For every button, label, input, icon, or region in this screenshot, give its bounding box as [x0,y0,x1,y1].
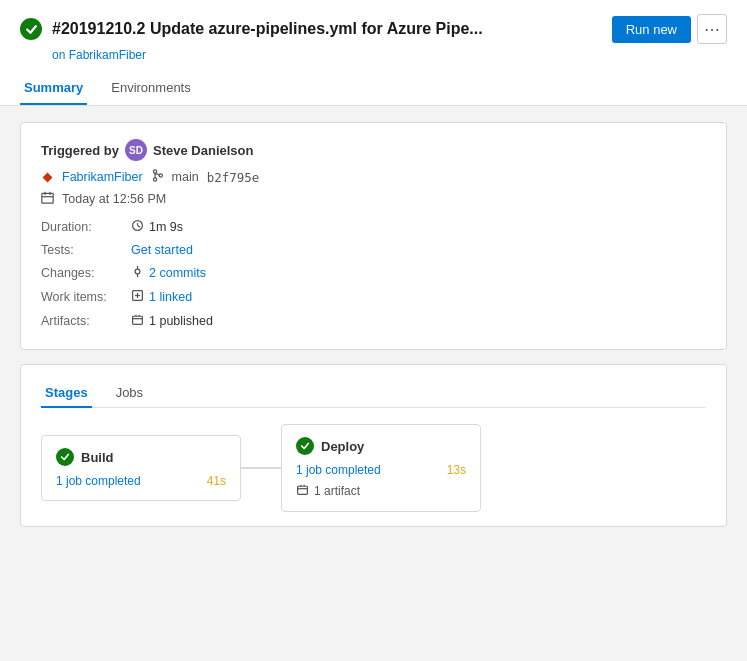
summary-card: Triggered by SD Steve Danielson Fabrikam… [20,122,727,350]
calendar-icon [41,191,54,207]
stage-connector [241,467,281,469]
workitems-label: Work items: [41,290,131,304]
header-title-row: #20191210.2 Update azure-pipelines.yml f… [20,18,483,40]
main-tabs: Summary Environments [20,72,727,105]
svg-point-12 [135,269,140,274]
svg-point-1 [153,170,156,173]
stage-deploy-artifact-row: 1 artifact [296,483,466,499]
tab-stages[interactable]: Stages [41,379,92,408]
stage-build-header: Build [56,448,226,466]
artifacts-label: Artifacts: [41,314,131,328]
tests-value: Get started [131,243,193,257]
duration-label: Duration: [41,220,131,234]
workitems-link[interactable]: 1 linked [149,290,192,304]
duration-text: 1m 9s [149,220,183,234]
changes-value: 2 commits [131,265,206,281]
changes-link[interactable]: 2 commits [149,266,206,280]
svg-rect-0 [43,172,53,182]
workitem-icon [131,289,144,305]
triggered-label: Triggered by [41,143,119,158]
clock-icon [131,219,144,235]
artifacts-row: Artifacts: 1 published [41,309,706,333]
stage-deploy-footer: 1 job completed 13s [296,463,466,477]
branch-icon [151,169,164,185]
repo-meta-row: FabrikamFiber main b2f795e [41,169,706,185]
stage-build-duration: 41s [207,474,226,488]
main-content: Triggered by SD Steve Danielson Fabrikam… [0,106,747,543]
artifact-icon [131,313,144,329]
header-top: #20191210.2 Update azure-pipelines.yml f… [20,14,727,44]
stage-build-footer: 1 job completed 41s [56,474,226,488]
ellipsis-icon: ⋯ [704,20,720,39]
date-meta-row: Today at 12:56 PM [41,191,706,207]
duration-value: 1m 9s [131,219,183,235]
workitems-value: 1 linked [131,289,192,305]
svg-point-2 [153,178,156,181]
repo-link[interactable]: FabrikamFiber [62,170,143,184]
commit-icon [131,265,144,281]
date-text: Today at 12:56 PM [62,192,166,206]
stage-build: Build 1 job completed 41s [41,435,241,501]
stage-deploy-jobs[interactable]: 1 job completed [296,463,381,477]
stage-deploy-header: Deploy [296,437,466,455]
branch-name: main [172,170,199,184]
stage-build-success-icon [56,448,74,466]
stage-deploy-artifact-icon [296,483,309,499]
svg-rect-5 [42,193,53,203]
commit-hash: b2f795e [207,170,260,185]
triggered-row: Triggered by SD Steve Danielson [41,139,706,161]
tab-environments[interactable]: Environments [107,72,194,105]
user-name: Steve Danielson [153,143,253,158]
artifacts-text: 1 published [149,314,213,328]
workitems-row: Work items: 1 linked [41,285,706,309]
changes-row: Changes: 2 commits [41,261,706,285]
svg-line-11 [138,226,140,228]
svg-rect-22 [298,486,308,494]
tab-jobs[interactable]: Jobs [112,379,147,408]
page-header: #20191210.2 Update azure-pipelines.yml f… [0,0,747,106]
tab-summary[interactable]: Summary [20,72,87,105]
stages-tabs: Stages Jobs [41,379,706,408]
pipeline-title: #20191210.2 Update azure-pipelines.yml f… [52,20,483,38]
tests-label: Tests: [41,243,131,257]
stage-deploy-duration: 13s [447,463,466,477]
run-new-button[interactable]: Run new [612,16,691,43]
stage-deploy-artifact-text: 1 artifact [314,484,360,498]
pipeline-success-icon [20,18,42,40]
pipeline-subtitle[interactable]: on FabrikamFiber [20,48,727,62]
stages-grid: Build 1 job completed 41s Deploy [41,424,706,512]
changes-label: Changes: [41,266,131,280]
stage-build-name: Build [81,450,114,465]
stage-deploy-name: Deploy [321,439,364,454]
stage-deploy-success-icon [296,437,314,455]
user-avatar: SD [125,139,147,161]
tests-link[interactable]: Get started [131,243,193,257]
detail-table: Duration: 1m 9s Tests: Get sta [41,215,706,333]
stages-card: Stages Jobs Build 1 job completed [20,364,727,527]
stage-deploy: Deploy 1 job completed 13s [281,424,481,512]
tests-row: Tests: Get started [41,239,706,261]
header-actions: Run new ⋯ [612,14,727,44]
more-options-button[interactable]: ⋯ [697,14,727,44]
stage-build-jobs[interactable]: 1 job completed [56,474,141,488]
duration-row: Duration: 1m 9s [41,215,706,239]
svg-rect-18 [133,316,143,324]
artifacts-value: 1 published [131,313,213,329]
repo-icon [41,171,54,184]
